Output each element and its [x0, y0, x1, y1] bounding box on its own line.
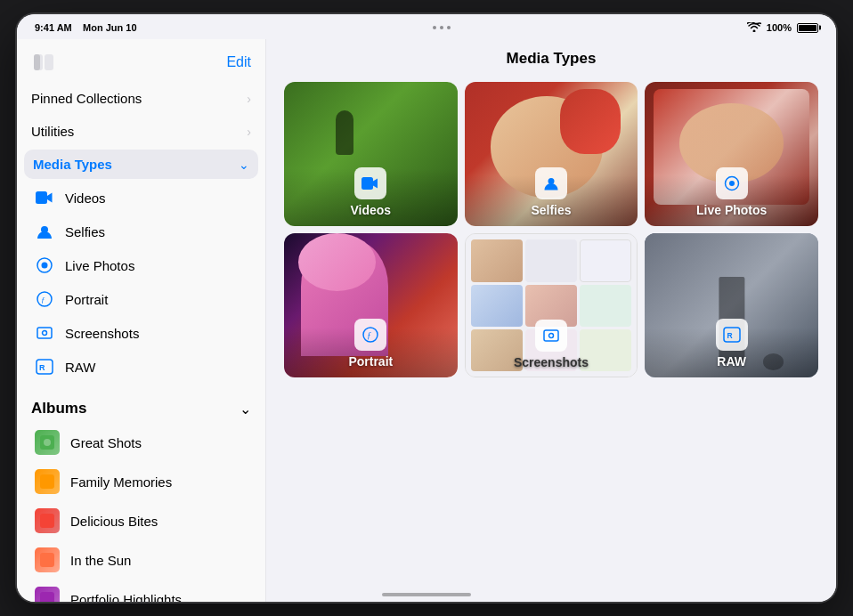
sidebar-album-great-shots[interactable]: Great Shots — [17, 423, 265, 462]
sidebar-toggle-icon[interactable] — [31, 50, 56, 75]
sidebar-item-videos[interactable]: Videos — [17, 181, 265, 215]
portrait-labels: ƒ Portrait — [284, 319, 458, 369]
wifi-icon — [747, 22, 761, 34]
great-shots-thumb — [35, 430, 60, 455]
svg-point-6 — [42, 263, 48, 269]
raw-label: RAW — [65, 360, 95, 375]
status-time: 9:41 AM Mon Jun 10 — [35, 22, 137, 33]
media-types-label: Media Types — [33, 157, 112, 172]
svg-rect-17 — [40, 553, 54, 567]
svg-point-24 — [729, 181, 735, 186]
video-icon — [35, 188, 54, 207]
sidebar: Edit Pinned Collections › Utilities › Me… — [17, 39, 266, 602]
screenshots-icon-circle — [535, 320, 567, 352]
svg-point-10 — [43, 331, 47, 336]
screenshots-overlay: Screenshots — [466, 320, 638, 369]
albums-label: Albums — [31, 400, 86, 417]
portrait-icon: ƒ — [35, 289, 54, 309]
selfies-icon-circle — [535, 167, 567, 199]
main-header: Media Types — [284, 39, 818, 82]
sidebar-item-media-types[interactable]: Media Types ⌄ — [24, 150, 258, 179]
videos-bg: Videos — [284, 82, 458, 226]
status-bar: 9:41 AM Mon Jun 10 100% — [17, 14, 836, 39]
great-shots-label: Great Shots — [70, 435, 142, 450]
sidebar-item-portrait[interactable]: ƒ Portrait — [17, 282, 265, 316]
home-indicator — [382, 593, 471, 596]
grid-item-screenshots[interactable]: Screenshots — [465, 233, 638, 377]
sidebar-item-raw[interactable]: R RAW — [17, 350, 265, 384]
utilities-label: Utilities — [31, 124, 74, 139]
selfie-icon — [35, 222, 54, 241]
family-memories-thumb — [35, 469, 60, 494]
videos-labels: Videos — [284, 167, 458, 217]
page-title: Media Types — [284, 50, 818, 68]
selfies-label: Selfies — [65, 224, 105, 239]
dot1 — [433, 26, 436, 29]
raw-icon-circle: R — [716, 319, 748, 351]
portrait-bg: ƒ Portrait — [284, 233, 458, 377]
screenshot-icon — [35, 323, 54, 343]
status-right: 100% — [747, 22, 818, 34]
portrait-title: Portrait — [348, 354, 393, 369]
svg-text:R: R — [727, 331, 732, 340]
svg-rect-1 — [45, 54, 53, 70]
svg-rect-2 — [34, 54, 40, 70]
screenshots-title: Screenshots — [514, 355, 589, 369]
svg-text:ƒ: ƒ — [367, 330, 371, 340]
sidebar-item-selfies[interactable]: Selfies — [17, 215, 265, 248]
videos-label: Videos — [65, 190, 106, 206]
in-the-sun-label: In the Sun — [70, 553, 131, 568]
svg-text:ƒ: ƒ — [41, 296, 45, 304]
ipad-frame: 9:41 AM Mon Jun 10 100% — [17, 14, 836, 602]
time-display: 9:41 AM — [35, 22, 72, 33]
sidebar-item-utilities[interactable]: Utilities › — [17, 115, 265, 148]
selfies-title: Selfies — [531, 203, 571, 217]
raw-title: RAW — [717, 354, 746, 369]
svg-point-22 — [548, 178, 554, 184]
sidebar-header: Edit — [17, 39, 265, 82]
live-photo-icon — [35, 255, 54, 275]
status-center — [433, 26, 451, 29]
grid-item-portrait[interactable]: ƒ Portrait — [284, 233, 458, 377]
battery-percent: 100% — [767, 22, 792, 33]
grid-item-live-photos[interactable]: Live Photos — [645, 82, 818, 226]
videos-title: Videos — [351, 203, 392, 217]
sidebar-album-family-memories[interactable]: Family Memories — [17, 462, 265, 501]
svg-point-28 — [548, 334, 553, 338]
edit-button[interactable]: Edit — [226, 54, 251, 70]
livephotos-icon-circle — [716, 167, 748, 199]
pinned-collections-label: Pinned Collections — [31, 91, 142, 106]
in-the-sun-thumb — [35, 547, 60, 572]
albums-chevron-down: ⌄ — [240, 401, 251, 417]
selfies-bg: Selfies — [465, 82, 638, 226]
portrait-label: Portrait — [65, 292, 108, 307]
grid-item-selfies[interactable]: Selfies — [465, 82, 638, 226]
svg-rect-9 — [37, 328, 52, 338]
sidebar-album-delicious-bites[interactable]: Delicious Bites — [17, 501, 265, 540]
raw-bg: R RAW — [645, 233, 818, 377]
date-display: Mon Jun 10 — [83, 22, 137, 33]
selfies-labels: Selfies — [465, 167, 638, 217]
bottom-indicator — [17, 588, 836, 602]
chevron-right-icon-utilities: › — [247, 125, 251, 139]
app-container: Edit Pinned Collections › Utilities › Me… — [17, 39, 836, 602]
portrait-icon-circle: ƒ — [354, 319, 386, 351]
main-content: Media Types — [266, 39, 836, 602]
sidebar-item-live-photos[interactable]: Live Photos — [17, 248, 265, 282]
grid-item-videos[interactable]: Videos — [284, 82, 458, 226]
media-types-grid: Videos — [284, 82, 818, 377]
sidebar-albums-header[interactable]: Albums ⌄ — [17, 391, 265, 423]
livephotos-title: Live Photos — [696, 203, 767, 217]
svg-rect-3 — [36, 191, 47, 204]
screenshots-label: Screenshots — [65, 326, 139, 341]
svg-rect-21 — [362, 177, 373, 190]
livephotos-bg: Live Photos — [645, 82, 818, 226]
svg-point-14 — [44, 439, 51, 446]
dot3 — [447, 26, 451, 29]
sidebar-item-screenshots[interactable]: Screenshots — [17, 316, 265, 350]
sidebar-item-pinned-collections[interactable]: Pinned Collections › — [17, 82, 265, 115]
family-memories-label: Family Memories — [70, 474, 172, 490]
sidebar-album-in-the-sun[interactable]: In the Sun — [17, 540, 265, 580]
grid-item-raw[interactable]: R RAW — [645, 233, 818, 377]
dot2 — [440, 26, 443, 29]
